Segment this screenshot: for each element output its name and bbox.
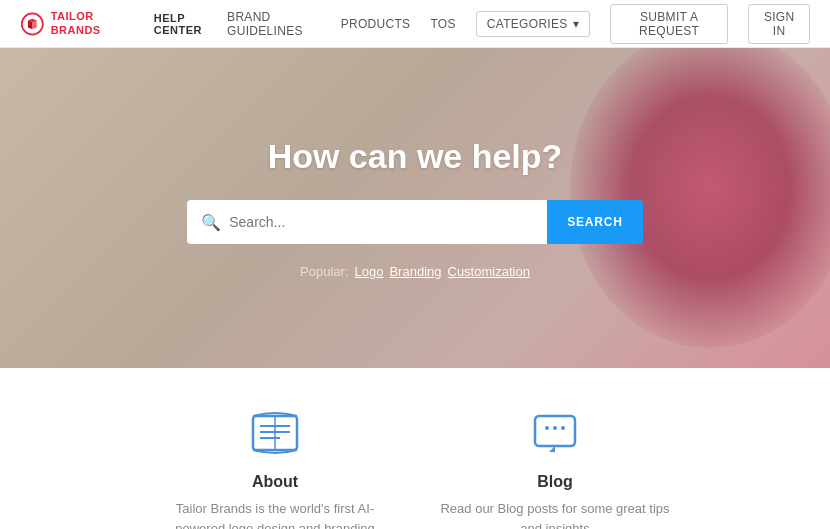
search-input[interactable] — [229, 214, 533, 230]
cards-section: About Tailor Brands is the world's first… — [0, 368, 830, 529]
svg-point-7 — [545, 426, 549, 430]
header-nav: BRAND GUIDELINES PRODUCTS TOS CATEGORIES… — [227, 4, 810, 44]
blog-title: Blog — [537, 473, 573, 491]
search-button[interactable]: SEARCH — [547, 200, 642, 244]
help-center-label: HELP CENTER — [154, 12, 227, 36]
popular-link-logo[interactable]: Logo — [355, 264, 384, 279]
header: TAILOR BRANDS HELP CENTER BRAND GUIDELIN… — [0, 0, 830, 48]
popular-label: Popular: — [300, 264, 348, 279]
popular-link-customization[interactable]: Customization — [448, 264, 530, 279]
hero-title: How can we help? — [268, 137, 563, 176]
submit-request-button[interactable]: SUBMIT A REQUEST — [610, 4, 728, 44]
about-title: About — [252, 473, 298, 491]
categories-button[interactable]: CATEGORIES ▾ — [476, 11, 590, 37]
search-input-wrap: 🔍 — [187, 200, 547, 244]
categories-label: CATEGORIES — [487, 17, 568, 31]
card-about: About Tailor Brands is the world's first… — [135, 398, 415, 529]
hero-bg-blob — [570, 48, 830, 348]
popular-link-branding[interactable]: Branding — [389, 264, 441, 279]
logo[interactable]: TAILOR BRANDS — [20, 10, 136, 38]
about-icon — [245, 408, 305, 461]
logo-icon — [20, 10, 45, 38]
about-desc: Tailor Brands is the world's first AI-po… — [155, 499, 395, 529]
blog-desc: Read our Blog posts for some great tips … — [435, 499, 675, 529]
nav-brand-guidelines[interactable]: BRAND GUIDELINES — [227, 10, 321, 38]
header-left: TAILOR BRANDS HELP CENTER — [20, 10, 227, 38]
svg-point-8 — [553, 426, 557, 430]
card-blog: Blog Read our Blog posts for some great … — [415, 398, 695, 529]
nav-tos[interactable]: TOS — [430, 17, 455, 31]
hero-section: How can we help? 🔍 SEARCH Popular: Logo … — [0, 48, 830, 368]
nav-products[interactable]: PRODUCTS — [341, 17, 411, 31]
popular-row: Popular: Logo Branding Customization — [300, 264, 530, 279]
logo-text: TAILOR BRANDS — [51, 10, 136, 36]
chevron-down-icon: ▾ — [573, 17, 579, 31]
sign-in-button[interactable]: SIGN IN — [748, 4, 810, 44]
blog-icon — [525, 408, 585, 461]
svg-rect-6 — [535, 416, 575, 446]
search-icon: 🔍 — [201, 213, 221, 232]
search-bar: 🔍 SEARCH — [187, 200, 642, 244]
svg-point-9 — [561, 426, 565, 430]
